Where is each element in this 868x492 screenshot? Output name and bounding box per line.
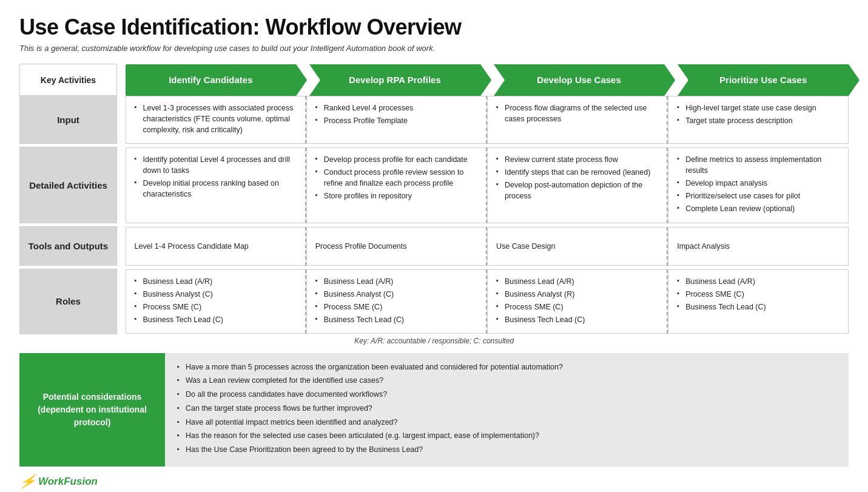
workfusion-text: WorkFusion (38, 476, 98, 488)
potential-considerations-section: Potential considerations (dependent on i… (19, 353, 849, 467)
tools-col-4: Impact Analysis (668, 227, 849, 265)
input-row: Input Level 1-3 processes with associate… (20, 96, 849, 144)
potential-item: Have a more than 5 processes across the … (177, 362, 836, 373)
subtitle: This is a general, customizable workflow… (19, 44, 849, 53)
header-col-2: Develop RPA Profiles (349, 75, 441, 85)
tools-col-1: Level 1-4 Process Candidate Map (126, 227, 306, 265)
roles-col-1: Business Lead (A/R) Business Analyst (C)… (126, 269, 306, 334)
detailed-col-2: Develop process profile for each candida… (306, 147, 486, 223)
roles-col-4: Business Lead (A/R) Process SME (C) Busi… (668, 269, 849, 334)
detailed-activities-label: Detailed Activities (20, 147, 117, 223)
input-col-2: Ranked Level 4 processes Process Profile… (306, 96, 486, 143)
input-col-3: Process flow diagrams of the selected us… (488, 96, 668, 143)
tools-col-3: Use Case Design (488, 227, 668, 265)
potential-considerations-label: Potential considerations (dependent on i… (19, 353, 165, 467)
input-col-4: High-level target state use case design … (668, 96, 849, 143)
roles-label: Roles (20, 269, 117, 334)
potential-item: Has the reason for the selected use case… (177, 430, 836, 442)
detailed-col-3: Review current state process flow Identi… (487, 147, 667, 223)
detailed-col-1: Identify potential Level 4 processes and… (126, 147, 306, 223)
potential-considerations-content: Have a more than 5 processes across the … (165, 353, 849, 467)
workfusion-icon: ⚡ (18, 474, 38, 490)
roles-key-row: Key: A/R: accountable / responsible; C: … (20, 334, 849, 347)
potential-item: Do all the process candidates have docum… (177, 389, 836, 400)
roles-col-3: Business Lead (A/R) Business Analyst (R)… (488, 269, 668, 334)
header-col-4: Prioritize Use Cases (719, 75, 807, 85)
input-label: Input (20, 96, 117, 144)
key-activities-label: Key Activities (20, 64, 117, 96)
roles-col-2: Business Lead (A/R) Business Analyst (C)… (306, 269, 486, 334)
header-row: Key Activities Identify Candidates Devel… (20, 64, 849, 96)
page-title: Use Case Identification: Workflow Overvi… (19, 15, 849, 40)
roles-key: Key: A/R: accountable / responsible; C: … (354, 334, 514, 349)
potential-item: Was a Lean review completed for the iden… (177, 375, 836, 386)
workfusion-logo: ⚡ WorkFusion (19, 474, 849, 490)
tools-col-2: Process Profile Documents (306, 227, 486, 265)
tools-outputs-label: Tools and Outputs (20, 227, 117, 266)
potential-item: Have all potential impact metrics been i… (177, 417, 836, 428)
tools-outputs-row: Tools and Outputs Level 1-4 Process Cand… (20, 227, 849, 266)
header-col-1: Identify Candidates (169, 75, 252, 85)
input-col-1: Level 1-3 processes with associated proc… (126, 96, 306, 143)
potential-item: Has the Use Case Prioritization been agr… (177, 444, 836, 456)
potential-item: Can the target state process flows be fu… (177, 403, 836, 414)
roles-row: Roles Business Lead (A/R) Business Analy… (20, 269, 849, 334)
detailed-activities-row: Detailed Activities Identify potential L… (20, 147, 849, 223)
header-col-3: Develop Use Cases (537, 75, 621, 85)
detailed-col-4: Define metrics to assess implementation … (668, 147, 849, 223)
